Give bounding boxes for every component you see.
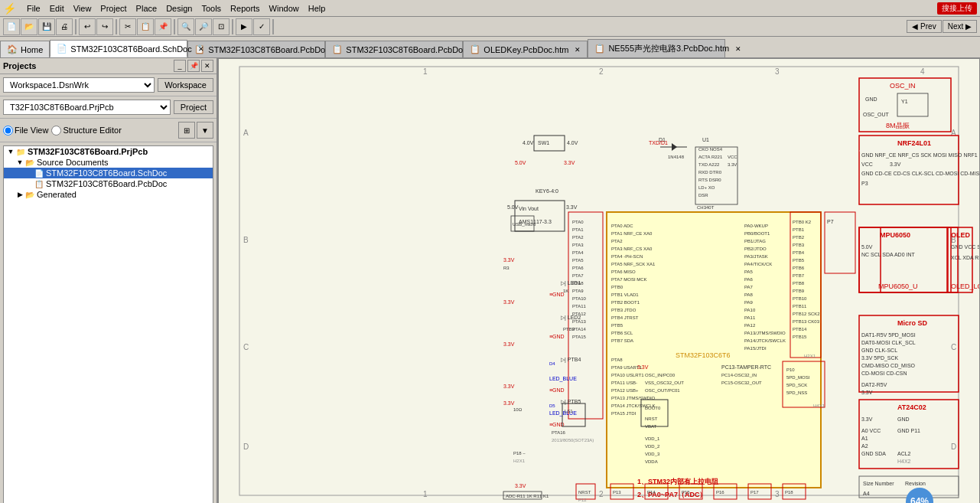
svg-text:P3: P3 [861,181,868,186]
svg-text:PTA11  USB-: PTA11 USB- [611,381,637,385]
tab-bar: 🏠 Home 📄 STM32F103C8T6Board.SchDoc ✕ 📋 S… [0,37,980,58]
tree-item-source-docs[interactable]: ▼📂Source Documents [4,157,213,168]
svg-text:3.3V: 3.3V [637,364,649,370]
redo-btn[interactable]: ↪ [96,18,113,35]
panel-minimize[interactable]: _ [174,60,186,72]
svg-text:LED_BLUE: LED_BLUE [549,376,577,382]
tab-home[interactable]: 🏠 Home [0,41,50,57]
zoom-percent: 64 [910,496,920,503]
svg-text:D4: D4 [549,361,555,366]
tab-ne555-icon: 📋 [594,44,605,54]
compile-btn[interactable]: ▶ [236,18,252,35]
svg-text:AT24C02: AT24C02 [897,403,926,411]
workspace-button[interactable]: Workspace [158,78,213,92]
menu-reports[interactable]: Reports [226,2,265,15]
svg-text:3.3V: 3.3V [728,162,737,167]
tree-item-generated[interactable]: ▶📂Generated [4,189,213,200]
svg-text:P7: P7 [827,219,834,224]
file-view-radio[interactable] [3,126,13,136]
svg-text:H4X1: H4X1 [813,403,825,408]
menu-project[interactable]: Project [96,2,131,15]
zoom-fit-btn[interactable]: ⊡ [213,18,230,35]
menu-window[interactable]: Window [265,2,304,15]
file-view-radio-label[interactable]: File View [3,126,48,136]
svg-text:PTA10  USLRT1: PTA10 USLRT1 [611,373,644,377]
svg-text:5PD_MOSI: 5PD_MOSI [786,375,810,380]
svg-text:PA11: PA11 [744,315,756,320]
menu-edit[interactable]: Edit [45,2,69,15]
svg-text:GND P11: GND P11 [897,428,920,433]
right-panel-btn[interactable]: 搜接上传 [937,2,977,15]
svg-text:B: B [243,236,249,244]
menu-design[interactable]: Design [161,2,197,15]
zoom-in-btn[interactable]: 🔍 [177,18,194,35]
svg-text:3.3V  5PD_SCK: 3.3V 5PD_SCK [861,355,899,361]
tab-ne555-close[interactable]: ✕ [735,45,741,53]
svg-text:P17: P17 [750,490,759,495]
svg-text:3.3V: 3.3V [890,162,901,167]
menu-place[interactable]: Place [132,2,162,15]
menu-help[interactable]: Help [304,2,330,15]
svg-text:PTA3: PTA3 [572,243,584,247]
tree-item-pcb-doc[interactable]: 📋STM32F103C8T6Board.PcbDoc [4,178,213,189]
copy-btn[interactable]: 📋 [137,18,154,35]
new-btn[interactable]: 📄 [3,18,20,35]
tab-oledKey[interactable]: 📋 OLEDKey.PcbDoc.htm ✕ [463,41,588,57]
undo-btn[interactable]: ↩ [79,18,96,35]
workspace-dropdown[interactable]: Workspace1.DsnWrk [3,77,155,93]
svg-text:PTB6  SCL: PTB6 SCL [611,331,633,335]
svg-text:PA15/JTDI: PA15/JTDI [744,346,767,351]
svg-text:OSC_OUT: OSC_OUT [863,112,890,118]
svg-text:1N4148: 1N4148 [668,155,685,159]
svg-text:USB_micro: USB_micro [513,222,536,227]
svg-text:PB2/JTDO: PB2/JTDO [744,247,767,251]
tab-ne555[interactable]: 📋 NE555声光控电路3.PcbDoc.htm ✕ [588,39,725,57]
svg-text:PC15-OSC32_OUT: PC15-OSC32_OUT [721,381,762,385]
tab-schDoc-icon: 📄 [57,44,67,54]
tab-pcbDocHtml[interactable]: 📋 STM32F103C8T6Board.PcbDoc.htm ✕ [325,41,463,57]
structure-editor-radio[interactable] [51,126,61,136]
tab-oledKey-icon: 📋 [470,44,480,54]
svg-text:GND: GND [897,416,910,422]
menu-file[interactable]: File [22,2,45,15]
tab-oledKey-close[interactable]: ✕ [575,46,581,54]
tree-item-sch-doc[interactable]: 📄STM32F103C8T6Board.SchDoc [4,168,213,178]
panel-close[interactable]: ✕ [201,60,213,72]
svg-text:2013/8050(SOT23A): 2013/8050(SOT23A) [552,438,594,443]
panel-pin[interactable]: 📌 [187,60,200,72]
zoom-out-btn[interactable]: 🔎 [195,18,212,35]
svg-text:PTB1: PTB1 [793,227,805,232]
print-btn[interactable]: 🖨 [56,18,73,35]
svg-text:3.3V: 3.3V [503,384,515,389]
schematic-area[interactable]: A B C D A B C D 1 2 3 4 1 2 3 4 OSC_IN G… [218,58,980,503]
tab-schDoc-close[interactable]: ✕ [198,45,204,53]
save-btn[interactable]: 💾 [38,18,55,35]
svg-text:PA3/JTASK: PA3/JTASK [744,254,768,259]
tab-schDoc[interactable]: 📄 STM32F103C8T6Board.SchDoc ✕ [50,40,187,57]
nav-prev[interactable]: ◀ Prev [907,20,941,33]
open-btn[interactable]: 📂 [21,18,37,35]
tree-label-root: STM32F103C8T6Board.PrjPcb [28,147,148,156]
paste-btn[interactable]: 📌 [155,18,171,35]
svg-text:SW1: SW1 [538,140,549,145]
nav-next[interactable]: Next ▶ [943,20,977,33]
menu-tools[interactable]: Tools [197,2,226,15]
project-dropdown[interactable]: T32F103C8T6Board.PrjPcb [3,100,171,115]
tree-item-root[interactable]: ▼📁STM32F103C8T6Board.PrjPcb [4,146,213,157]
structure-editor-radio-label[interactable]: Structure Editor [51,126,121,136]
svg-text:P12: P12 [578,498,587,502]
project-button[interactable]: Project [174,100,213,114]
svg-text:3: 3 [775,67,780,76]
svg-text:KEY6-4:0: KEY6-4:0 [536,188,558,194]
view-icon-btn2[interactable]: ▼ [197,122,213,139]
cut-btn[interactable]: ✂ [119,18,136,35]
validate-btn[interactable]: ✓ [253,18,270,35]
view-icon-btn1[interactable]: ⊞ [178,122,195,139]
svg-text:PTA1: PTA1 [572,227,584,232]
svg-text:PTB4: PTB4 [793,250,805,255]
menu-view[interactable]: View [69,2,96,15]
tab-pcbDoc1[interactable]: 📋 STM32F103C8T6Board.PcbDoc ✕ [187,41,325,57]
svg-text:≡GND: ≡GND [549,292,565,297]
svg-text:PA12: PA12 [744,323,756,328]
svg-text:P18  ~: P18 ~ [513,451,526,456]
